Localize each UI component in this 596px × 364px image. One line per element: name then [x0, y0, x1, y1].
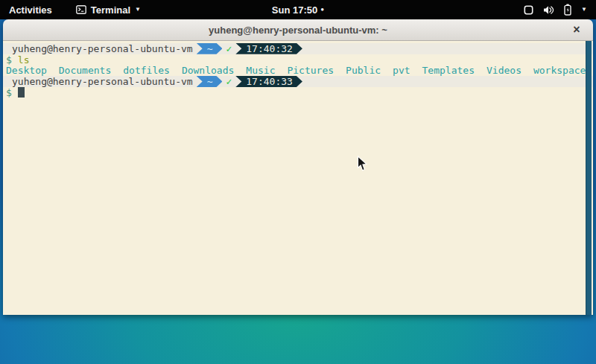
- time-label: 17:40:33: [246, 76, 293, 87]
- ls-entry: Pictures: [287, 65, 334, 76]
- ls-entry: dotfiles: [123, 65, 170, 76]
- chevron-down-icon: ▼: [135, 0, 141, 19]
- status-check-icon: ✓: [226, 43, 232, 54]
- top-bar: Activities Terminal ▼ Sun 17:50 ● ▼: [0, 0, 596, 19]
- terminal-window: yuheng@henry-personal-ubuntu-vm: ~ × yuh…: [3, 19, 593, 315]
- command-text: ls: [18, 54, 30, 66]
- prompt-symbol: $: [6, 54, 12, 66]
- window-title: yuheng@henry-personal-ubuntu-vm: ~: [209, 25, 387, 36]
- powerline-cwd-segment: ~: [197, 43, 223, 54]
- prompt-user-host: yuheng@henry-personal-ubuntu-vm: [12, 43, 193, 54]
- current-input-line: $: [3, 87, 593, 98]
- command-line: $ ls: [3, 54, 593, 66]
- clock-button[interactable]: Sun 17:50 ●: [272, 0, 324, 19]
- time-label: 17:40:32: [246, 43, 293, 54]
- prompt-user-host: yuheng@henry-personal-ubuntu-vm: [12, 76, 193, 87]
- activities-label: Activities: [9, 4, 52, 16]
- activities-button[interactable]: Activities: [0, 0, 61, 19]
- battery-charging-icon: [564, 4, 571, 16]
- terminal-icon: [76, 5, 86, 14]
- powerline-time-segment: 17:40:33: [235, 76, 302, 87]
- status-check-icon: ✓: [226, 76, 232, 87]
- ls-entry: pvt: [393, 65, 410, 76]
- ls-entry: Music: [246, 65, 275, 76]
- screen-icon: [524, 5, 533, 15]
- notification-dot-icon: ●: [320, 0, 324, 19]
- ls-entry: Templates: [422, 65, 475, 76]
- app-menu-label: Terminal: [91, 4, 130, 16]
- ls-entry: Desktop: [6, 65, 47, 76]
- clock-label: Sun 17:50: [272, 4, 317, 16]
- volume-icon: [543, 5, 554, 15]
- powerline-cwd-segment: ~: [197, 76, 223, 87]
- ls-output-line: Desktop Documents dotfiles Downloads Mus…: [3, 65, 593, 76]
- chevron-down-icon: ▼: [581, 0, 587, 19]
- ls-entry: Public: [346, 65, 381, 76]
- cwd-label: ~: [207, 43, 213, 54]
- close-icon[interactable]: ×: [568, 19, 585, 40]
- ls-entry: Documents: [59, 65, 111, 76]
- app-menu-terminal[interactable]: Terminal ▼: [72, 0, 145, 19]
- system-status-menu[interactable]: ▼: [524, 0, 596, 19]
- prompt-symbol: $: [6, 87, 12, 98]
- mouse-cursor-icon: [357, 156, 368, 175]
- ls-entry: workspace: [533, 65, 586, 76]
- powerline-time-segment: 17:40:32: [235, 43, 302, 54]
- cwd-label: ~: [207, 76, 213, 87]
- window-titlebar[interactable]: yuheng@henry-personal-ubuntu-vm: ~ ×: [3, 19, 593, 41]
- terminal-cursor: [18, 87, 25, 98]
- ls-entry: Downloads: [182, 65, 234, 76]
- terminal-screen[interactable]: yuheng@henry-personal-ubuntu-vm ~ ✓ 17:4…: [3, 41, 593, 315]
- terminal-scrollbar[interactable]: [586, 41, 592, 315]
- prompt-line-2: yuheng@henry-personal-ubuntu-vm ~ ✓ 17:4…: [3, 76, 593, 87]
- ls-entry: Videos: [486, 65, 522, 76]
- prompt-line-1: yuheng@henry-personal-ubuntu-vm ~ ✓ 17:4…: [3, 43, 593, 54]
